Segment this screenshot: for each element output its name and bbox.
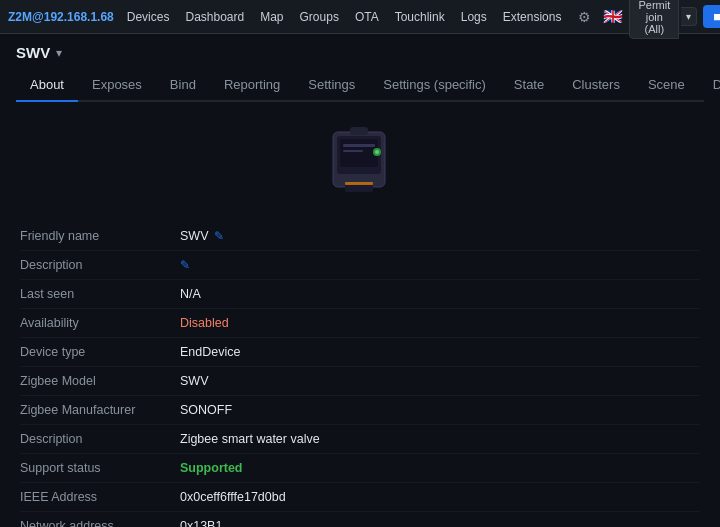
info-row-network-address: Network address 0x13B1	[20, 512, 700, 527]
tab-scene[interactable]: Scene	[634, 69, 699, 102]
value-description-value: Zigbee smart water valve	[180, 432, 320, 446]
device-header: SWV ▾ About Exposes Bind Reporting Setti…	[0, 34, 720, 102]
tab-exposes[interactable]: Exposes	[78, 69, 156, 102]
edit-friendly-name-icon[interactable]: ✎	[214, 229, 224, 243]
permit-join-button[interactable]: Permit join (All)	[629, 0, 679, 39]
label-support-status: Support status	[20, 461, 180, 475]
nav-groups[interactable]: Groups	[293, 6, 346, 28]
label-network-address: Network address	[20, 519, 180, 527]
info-row-description-edit: Description ✎	[20, 251, 700, 280]
info-row-zigbee-manufacturer: Zigbee Manufacturer SONOFF	[20, 396, 700, 425]
value-device-type: EndDevice	[180, 345, 240, 359]
svg-rect-3	[350, 127, 368, 135]
tab-settings-specific[interactable]: Settings (specific)	[369, 69, 500, 102]
info-row-last-seen: Last seen N/A	[20, 280, 700, 309]
nav-dashboard[interactable]: Dashboard	[178, 6, 251, 28]
tab-dev-console[interactable]: Dev console	[699, 69, 720, 102]
label-zigbee-manufacturer: Zigbee Manufacturer	[20, 403, 180, 417]
permit-join-dropdown-button[interactable]: ▾	[681, 7, 697, 26]
label-device-type: Device type	[20, 345, 180, 359]
value-network-address: 0x13B1	[180, 519, 222, 527]
tab-state[interactable]: State	[500, 69, 558, 102]
nav-extensions[interactable]: Extensions	[496, 6, 569, 28]
info-row-description-value: Description Zigbee smart water valve	[20, 425, 700, 454]
label-description-edit: Description	[20, 258, 180, 272]
device-name-row: SWV ▾	[16, 44, 704, 69]
device-image-container	[0, 102, 720, 218]
label-description-value: Description	[20, 432, 180, 446]
value-friendly-name: SWV ✎	[180, 229, 224, 243]
label-zigbee-model: Zigbee Model	[20, 374, 180, 388]
nav-map[interactable]: Map	[253, 6, 290, 28]
nav-devices[interactable]: Devices	[120, 6, 177, 28]
value-zigbee-model: SWV	[180, 374, 208, 388]
info-row-zigbee-model: Zigbee Model SWV	[20, 367, 700, 396]
brand-link[interactable]: Z2M@192.168.1.68	[8, 10, 114, 24]
label-ieee-address: IEEE Address	[20, 490, 180, 504]
settings-icon[interactable]: ⚙	[572, 5, 597, 29]
value-description-edit: ✎	[180, 258, 190, 272]
info-row-device-type: Device type EndDevice	[20, 338, 700, 367]
svg-point-6	[375, 150, 379, 154]
tab-bind[interactable]: Bind	[156, 69, 210, 102]
svg-rect-4	[345, 184, 373, 192]
info-row-availability: Availability Disabled	[20, 309, 700, 338]
label-availability: Availability	[20, 316, 180, 330]
label-last-seen: Last seen	[20, 287, 180, 301]
edit-description-icon[interactable]: ✎	[180, 258, 190, 272]
nav-action-button[interactable]: ■	[703, 5, 720, 28]
tab-about[interactable]: About	[16, 69, 78, 102]
device-dropdown-icon[interactable]: ▾	[56, 46, 62, 60]
tab-reporting[interactable]: Reporting	[210, 69, 294, 102]
main-content: Friendly name SWV ✎ Description ✎ Last s…	[0, 102, 720, 527]
svg-rect-7	[345, 182, 373, 185]
info-table: Friendly name SWV ✎ Description ✎ Last s…	[0, 218, 720, 527]
value-zigbee-manufacturer: SONOFF	[180, 403, 232, 417]
language-flag-icon[interactable]: 🇬🇧	[599, 7, 627, 26]
tab-clusters[interactable]: Clusters	[558, 69, 634, 102]
nav-ota[interactable]: OTA	[348, 6, 386, 28]
value-support-status: Supported	[180, 461, 243, 475]
info-row-support-status: Support status Supported	[20, 454, 700, 483]
svg-rect-9	[343, 150, 363, 152]
svg-rect-2	[340, 139, 378, 167]
nav-logs[interactable]: Logs	[454, 6, 494, 28]
info-row-friendly-name: Friendly name SWV ✎	[20, 222, 700, 251]
value-ieee-address: 0x0ceff6fffe17d0bd	[180, 490, 286, 504]
tab-settings[interactable]: Settings	[294, 69, 369, 102]
value-availability: Disabled	[180, 316, 229, 330]
device-name: SWV	[16, 44, 50, 61]
svg-rect-8	[343, 144, 375, 147]
device-image	[315, 122, 405, 202]
nav-touchlink[interactable]: Touchlink	[388, 6, 452, 28]
tab-bar: About Exposes Bind Reporting Settings Se…	[16, 69, 704, 102]
label-friendly-name: Friendly name	[20, 229, 180, 243]
top-navigation: Z2M@192.168.1.68 Devices Dashboard Map G…	[0, 0, 720, 34]
value-last-seen: N/A	[180, 287, 201, 301]
info-row-ieee-address: IEEE Address 0x0ceff6fffe17d0bd	[20, 483, 700, 512]
